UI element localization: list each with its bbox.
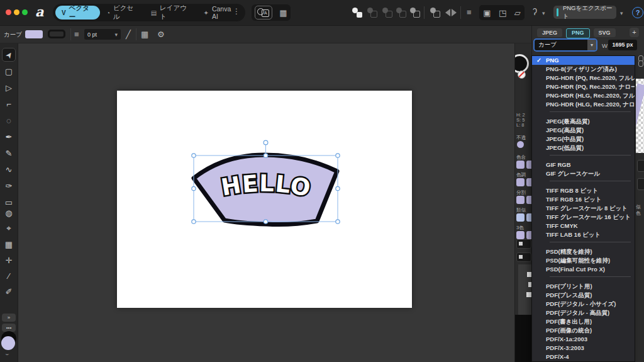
dropdown-item[interactable]: PDF/X-3:2003 — [532, 344, 635, 353]
move-tool[interactable]: ➤ — [2, 48, 16, 62]
dropdown-item[interactable]: PSD(編集可能性を維持) — [532, 256, 635, 265]
panel-button[interactable] — [637, 160, 644, 172]
dropdown-item[interactable]: TIFF RGB 8 ビット — [532, 186, 635, 195]
transform-tool[interactable]: ⌖ — [2, 222, 16, 235]
dropdown-item[interactable]: TIFF LAB 16 ビット — [532, 230, 635, 239]
dropdown-item[interactable]: PNG-HDR (PQ, Rec.2020, ナローレンジ) — [532, 82, 635, 91]
dropdown-item[interactable]: TIFF CMYK — [532, 222, 635, 230]
node-tool[interactable]: ▷ — [2, 81, 16, 94]
persona-vector[interactable]: V ベクター — [55, 6, 100, 20]
stroke-style-icon[interactable]: ≡ — [74, 30, 79, 38]
corner-tool[interactable]: ⌐ — [2, 97, 16, 111]
stroke-width-select[interactable]: 0 pt ▾ — [84, 29, 121, 40]
dropdown-item[interactable]: JPEG(低品質) — [532, 144, 635, 152]
transform-objects-icon[interactable]: ▣ — [483, 9, 491, 17]
dropdown-item[interactable]: PSD(Final Cut Pro X) — [532, 265, 635, 274]
dropdown-item[interactable]: TIFF RGB 16 ビット — [532, 195, 635, 204]
dropdown-item[interactable]: PNG-8(ディザリング済み) — [532, 65, 635, 74]
link-dimensions-icon[interactable] — [638, 55, 643, 67]
format-tab[interactable]: SVG — [594, 28, 616, 37]
contour-tool[interactable]: ◌ — [2, 113, 16, 127]
ruler-tool[interactable]: ∕ — [2, 269, 16, 283]
selection-handle[interactable] — [336, 186, 340, 190]
dropdown-item[interactable] — [532, 155, 635, 161]
cycle-selection-box-icon[interactable]: ◳ — [499, 9, 506, 17]
dropdown-item[interactable]: PDF(デジタル - 小サイズ) — [532, 300, 635, 308]
no-fill-icon[interactable] — [518, 71, 526, 79]
format-tab[interactable]: JPEG — [537, 28, 562, 37]
dropdown-item[interactable]: PDF/X-1a:2003 — [532, 335, 635, 344]
add-shapes-icon[interactable] — [352, 8, 362, 18]
dropdown-item[interactable]: JPEG(最高品質) — [532, 117, 635, 126]
dropdown-item[interactable]: PDF/X-4 — [532, 353, 635, 361]
divide-shapes-icon[interactable] — [396, 8, 406, 18]
panel-button[interactable] — [516, 239, 531, 249]
dropdown-item[interactable]: PDF(プリント用) — [532, 282, 635, 291]
selection-handle[interactable] — [264, 220, 267, 223]
selection-handle[interactable] — [336, 220, 340, 223]
close-button[interactable] — [6, 9, 11, 15]
opacity-swatch[interactable] — [517, 141, 524, 148]
shape-builder-tool[interactable]: ◍ — [2, 206, 16, 220]
selection-handle[interactable] — [192, 154, 196, 157]
dropdown-item[interactable]: PDF(プレス品質) — [532, 291, 635, 300]
intersect-shapes-icon[interactable] — [382, 8, 392, 18]
insert-inside-icon[interactable] — [430, 8, 440, 18]
persona-pixel[interactable]: ◔ ピクセル — [100, 6, 145, 20]
export-png-button[interactable]: PNGをエクスポート — [553, 6, 616, 19]
stroke-color-swatch[interactable] — [48, 30, 65, 38]
panel-button[interactable] — [516, 252, 531, 262]
add-preset-button[interactable]: + — [630, 28, 639, 37]
dropdown-item[interactable]: JPEG(高品質) — [532, 126, 635, 135]
help-icon[interactable]: ? — [632, 7, 643, 18]
pressure-icon[interactable]: ╱ — [126, 30, 131, 38]
dropdown-item[interactable]: GIF RGB — [532, 161, 635, 169]
selection-handle[interactable] — [192, 186, 196, 190]
persona-layout[interactable]: ▤ レイアウト — [145, 6, 197, 20]
chevron-down-icon[interactable]: ▾ — [620, 10, 623, 16]
dropdown-item[interactable] — [532, 276, 635, 282]
dropdown-item[interactable]: PDF(デジタル - 高品質) — [532, 308, 635, 317]
image-tool[interactable]: ▦ — [2, 237, 16, 251]
dropdown-item[interactable]: JPEG(中品質) — [532, 135, 635, 144]
pencil-tool[interactable]: ✎ — [2, 146, 16, 160]
paint-brush-tool[interactable]: ✑ — [2, 179, 16, 193]
artboard-tool[interactable]: ▢ — [2, 64, 16, 78]
selection-handle[interactable] — [336, 154, 340, 157]
gear-icon[interactable]: ⚙ — [157, 30, 165, 38]
dropdown-item[interactable]: TIFF グレースケール 16 ビット — [532, 213, 635, 222]
dropdown-item[interactable]: GIF グレースケール — [532, 169, 635, 178]
chevron-down-icon[interactable]: ▾ — [542, 10, 545, 16]
more-personas-icon[interactable]: ⋮ — [233, 7, 240, 16]
dropdown-item[interactable]: TIFF グレースケール 8 ビット — [532, 204, 635, 213]
expand-tools-button[interactable]: » — [2, 314, 16, 322]
grid-icon[interactable]: ▦ — [279, 9, 287, 17]
chevron-down-icon[interactable]: ▾ — [587, 40, 596, 50]
preset-select[interactable]: カーブ ▾ — [535, 40, 596, 50]
combine-shapes-icon[interactable] — [410, 8, 420, 18]
dropdown-item[interactable]: ✓ PNG — [532, 56, 635, 65]
minimize-button[interactable] — [14, 9, 19, 15]
color-picker-tool[interactable]: ✐ — [2, 285, 16, 298]
dropdown-item[interactable]: PSD(精度を維持) — [532, 247, 635, 256]
fill-color-well[interactable] — [1, 336, 15, 350]
selection-handle[interactable] — [192, 220, 196, 223]
format-tab[interactable]: PNG — [566, 28, 590, 38]
fill-color-swatch[interactable] — [25, 30, 43, 38]
vector-brush-tool[interactable]: ∿ — [2, 162, 16, 176]
subtract-shapes-icon[interactable] — [367, 8, 377, 18]
text-frame-toggle[interactable]: A — [255, 6, 272, 20]
swap-colors-icon[interactable]: ⌣ — [5, 350, 9, 358]
dropdown-item[interactable]: PDF(書き出し用) — [532, 317, 635, 326]
zoom-button[interactable] — [22, 9, 28, 15]
dropdown-item[interactable] — [532, 111, 635, 117]
dropdown-item[interactable]: PNG-HDR (HLG, Rec.2020, ナローレンジ) — [532, 100, 635, 109]
snapping-icon[interactable]: ʔ — [533, 8, 537, 16]
dropdown-item[interactable]: PNG-HDR (PQ, Rec.2020, フルレンジ) — [532, 74, 635, 82]
snap-options-icon[interactable]: ▦ — [141, 30, 148, 38]
layers-panel-fragment[interactable] — [518, 264, 532, 315]
alignment-icon[interactable]: ≡ — [467, 8, 472, 16]
flip-horizontal-icon[interactable] — [445, 9, 457, 16]
insert-target-icon[interactable]: ▱ — [514, 9, 521, 17]
dropdown-item[interactable] — [532, 242, 635, 247]
